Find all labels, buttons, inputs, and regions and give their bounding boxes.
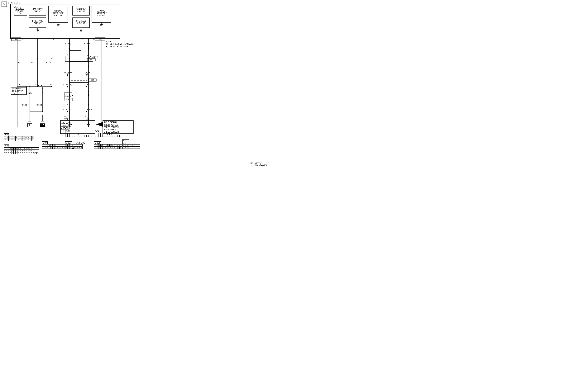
svg-point-138 (37, 86, 38, 87)
svg-line-146 (41, 85, 44, 87)
svg-point-45 (14, 6, 16, 8)
svg-marker-89 (67, 86, 68, 87)
svg-text:⑤: ⑤ (16, 7, 18, 8)
svg-text:C-127: C-127 (13, 92, 18, 94)
svg-text:CIRCUIT: CIRCUIT (77, 22, 85, 24)
svg-text:FUSIBLE: FUSIBLE (16, 8, 24, 10)
svg-point-42 (20, 7, 21, 9)
svg-text:<T>Y-G: <T>Y-G (30, 62, 36, 64)
svg-rect-59 (95, 38, 105, 41)
svg-text:<T>(Y-G): <T>(Y-G) (63, 109, 71, 111)
svg-rect-6 (29, 6, 46, 15)
svg-text:17: 17 (41, 124, 44, 127)
svg-text:6*1: 6*1 (85, 116, 88, 118)
svg-text:J/C (CAN2): J/C (CAN2) (88, 56, 98, 58)
connector-c127: C-127 FRONT SIDE 1 2 3 4 5 9 10 11 ■ 13 … (65, 142, 85, 149)
svg-rect-170 (28, 124, 32, 127)
svg-text:5: 5 (15, 7, 16, 8)
svg-rect-93 (64, 93, 72, 98)
svg-rect-12 (49, 6, 68, 22)
svg-text:R: R (18, 62, 20, 64)
svg-text:·FRONT WHEEL: ·FRONT WHEEL (104, 124, 118, 126)
svg-text:CIRCUIT: CIRCUIT (34, 22, 42, 24)
svg-marker-128 (96, 122, 103, 127)
svg-text:<T>(G-W): <T>(G-W) (63, 72, 72, 74)
svg-rect-84 (88, 79, 96, 81)
svg-point-186 (69, 94, 70, 96)
svg-marker-4 (19, 12, 21, 14)
svg-text:20: 20 (87, 65, 89, 68)
svg-text:CAN DRIVE: CAN DRIVE (32, 8, 43, 10)
svg-text:B: B (42, 92, 43, 94)
svg-point-185 (88, 82, 89, 83)
svg-text:5: 5 (39, 38, 40, 40)
connector-c04: C-04 1 2 3 4 5 □ 6 7 8 9 10 11 12 13 14 … (94, 130, 122, 137)
svg-text:19: 19 (87, 103, 89, 105)
svg-rect-49 (12, 38, 21, 41)
svg-text:NOTE: NOTE (106, 41, 111, 42)
svg-rect-19 (72, 6, 89, 15)
svg-marker-136 (51, 57, 53, 59)
svg-point-98 (72, 95, 73, 96)
svg-text:9: 9 (82, 38, 84, 40)
svg-rect-1 (14, 6, 27, 15)
svg-text:C-301: C-301 (98, 38, 103, 40)
image-id: H7G13E06CC (255, 164, 267, 166)
svg-text:INTERFACE: INTERFACE (76, 20, 86, 22)
svg-text:5: 5 (42, 87, 43, 89)
svg-text:6: 6 (67, 54, 69, 56)
svg-text:4: 4 (53, 38, 54, 40)
svg-text:A-02: A-02 (63, 124, 66, 126)
connector-a03: A-03 1 2 3 4 5 6 7 8 9 10 11 12 13 14 15 (4, 145, 39, 154)
svg-rect-172 (40, 124, 45, 127)
svg-rect-115 (61, 124, 68, 126)
svg-text:CIRCUIT: CIRCUIT (54, 14, 62, 16)
svg-text:CIRCUIT: CIRCUIT (77, 10, 85, 13)
svg-point-183 (88, 61, 89, 62)
svg-text:<T>(Y): <T>(Y) (85, 72, 90, 74)
svg-text:<T>(O): <T>(O) (84, 42, 90, 44)
svg-marker-90 (86, 86, 88, 87)
svg-rect-74 (87, 58, 95, 61)
svg-marker-112 (87, 124, 90, 127)
svg-text:10A: 10A (15, 8, 18, 10)
svg-text:INPUT SIGNAL: INPUT SIGNAL (104, 121, 117, 123)
svg-line-145 (38, 85, 41, 87)
svg-text:DIAGNOSIS: DIAGNOSIS (12, 88, 21, 90)
svg-text:15*2: 15*2 (85, 118, 89, 120)
svg-point-187 (88, 94, 89, 96)
svg-text:(CAN3): (CAN3) (65, 95, 71, 97)
svg-text:★2 : VEHICLES WITH ASC: ★2 : VEHICLES WITH ASC (106, 45, 129, 48)
svg-text:INTERFACE: INTERFACE (96, 12, 107, 14)
connector-a02: A-02 1 2 3 4 5 6 7 8 9 10 11 12 13 (4, 134, 34, 141)
svg-text:11*2: 11*2 (64, 118, 68, 120)
svg-text:16: 16 (18, 84, 21, 86)
connector-c01: C-01 1 2 3 4 5 □ 6 7 8 9 10 11 12 13 14 … (65, 130, 93, 137)
svg-point-182 (69, 61, 70, 62)
svg-text:<T>(G-W): <T>(G-W) (63, 84, 72, 86)
svg-text:8: 8 (93, 38, 95, 40)
svg-text:*1: *1 (69, 124, 71, 126)
svg-text:ABS-ECU: ABS-ECU (61, 122, 70, 124)
svg-text:4*1: 4*1 (64, 116, 67, 118)
svg-point-184 (69, 82, 70, 83)
svg-rect-71 (65, 56, 93, 61)
svg-text:INTERFACE: INTERFACE (32, 20, 43, 22)
svg-marker-81 (86, 74, 88, 76)
svg-text:21: 21 (67, 78, 70, 81)
svg-marker-103 (67, 111, 68, 112)
svg-text:14: 14 (50, 84, 52, 86)
svg-text:CIRCUIT: CIRCUIT (98, 14, 105, 16)
svg-text:4: 4 (28, 87, 29, 89)
main-container: 5 ETACS-ECU FUSIBLE LINK(33) CAN DRIVE C… (0, 0, 269, 167)
svg-rect-147 (11, 87, 27, 95)
svg-line-144 (28, 85, 31, 87)
svg-text:C-37: C-37 (90, 79, 94, 81)
svg-rect-9 (29, 18, 46, 28)
svg-text:J/C: J/C (66, 93, 68, 95)
svg-text:B-W: B-W (28, 92, 32, 94)
svg-text:5: 5 (67, 90, 69, 92)
svg-text:6: 6 (67, 103, 69, 105)
svg-text:C-01: C-01 (66, 99, 70, 101)
svg-text:20: 20 (87, 78, 89, 81)
